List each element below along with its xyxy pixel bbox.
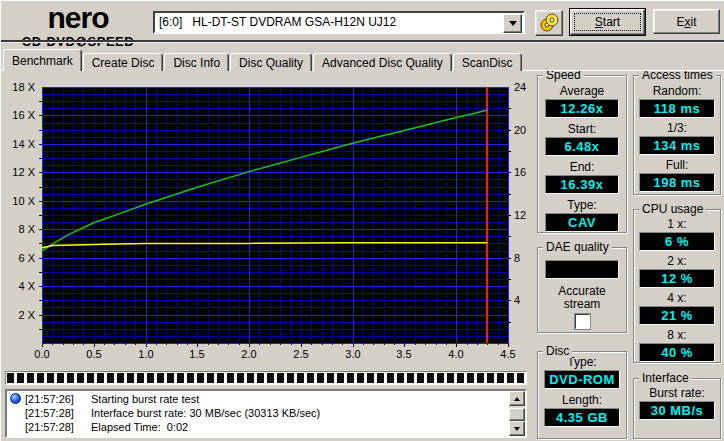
- cpu-1x-label: 1 x:: [634, 217, 720, 231]
- burst-rate-label: Burst rate:: [634, 386, 720, 400]
- disc-length-value: 4.35 GB: [544, 408, 620, 427]
- random-access-value: 118 ms: [639, 99, 715, 118]
- tab-advanced-disc-quality[interactable]: Advanced Disc Quality: [313, 53, 452, 71]
- interface-panel: Interface Burst rate: 30 MB/s: [633, 378, 721, 439]
- panel-title: Disc: [543, 344, 572, 358]
- tab-strip: Benchmark Create Disc Disc Info Disc Qua…: [1, 49, 724, 71]
- cpu-4x-value: 21 %: [639, 306, 715, 325]
- average-label: Average: [538, 84, 626, 98]
- svg-text:0.5: 0.5: [86, 348, 101, 360]
- chevron-down-icon: [509, 21, 517, 30]
- cpu-2x-value: 12 %: [639, 269, 715, 288]
- full-access-label: Full:: [634, 158, 720, 172]
- svg-text:14 X: 14 X: [12, 138, 35, 150]
- cpu-4x-label: 4 x:: [634, 291, 720, 305]
- progress-fill: [7, 373, 525, 383]
- cpu-2x-label: 2 x:: [634, 254, 720, 268]
- accurate-stream-label: Accurate stream: [552, 285, 612, 311]
- arrow-down-icon: [514, 427, 520, 434]
- svg-text:2 X: 2 X: [18, 309, 35, 321]
- svg-text:8: 8: [514, 252, 520, 264]
- svg-text:3.0: 3.0: [345, 348, 360, 360]
- svg-text:1.5: 1.5: [189, 348, 204, 360]
- disc-panel: Disc Type: DVD-ROM Length: 4.35 GB: [537, 351, 627, 439]
- bonus-discs-button[interactable]: [535, 10, 563, 36]
- log-line: [21:57:28] Interface burst rate: 30 MB/s…: [7, 406, 525, 419]
- progress-bar: [5, 371, 527, 385]
- svg-text:16: 16: [514, 166, 526, 178]
- svg-text:4.5: 4.5: [500, 348, 515, 360]
- svg-text:8 X: 8 X: [18, 223, 35, 235]
- svg-text:18 X: 18 X: [12, 81, 35, 93]
- average-speed-value: 12.26x: [545, 99, 619, 118]
- start-speed-value: 6.48x: [545, 137, 619, 156]
- svg-text:2.5: 2.5: [293, 348, 308, 360]
- scrollbar-thumb[interactable]: [509, 408, 525, 421]
- cpu-1x-value: 6 %: [639, 232, 715, 251]
- svg-text:4: 4: [514, 294, 520, 306]
- type-label: Type:: [538, 198, 626, 212]
- drive-select-value: [6:0] HL-DT-ST DVDRAM GSA-H12N UJ12: [159, 15, 396, 29]
- log-line: [21:57:26] Starting burst rate test: [7, 392, 525, 405]
- panel-title: Interface: [639, 371, 692, 385]
- disc-type-value: DVD-ROM: [544, 370, 620, 389]
- log-line: [21:57:28] Elapsed Time: 0:02: [7, 420, 525, 433]
- cpu-8x-value: 40 %: [639, 343, 715, 362]
- one-third-access-value: 134 ms: [639, 136, 715, 155]
- tab-create-disc[interactable]: Create Disc: [83, 53, 164, 71]
- tab-scandisc[interactable]: ScanDisc: [453, 53, 522, 71]
- combobox-dropdown-button[interactable]: [503, 14, 522, 33]
- dae-quality-value: [545, 260, 619, 279]
- svg-text:1.0: 1.0: [138, 348, 153, 360]
- scroll-down-button[interactable]: [509, 421, 525, 436]
- svg-text:12: 12: [514, 209, 526, 221]
- cpu-8x-label: 8 x:: [634, 328, 720, 342]
- burst-rate-value: 30 MB/s: [639, 401, 715, 420]
- benchmark-chart: 2 X4 X6 X8 X10 X12 X14 X16 X18 X48121620…: [1, 73, 531, 365]
- disc-length-label: Length:: [538, 393, 626, 407]
- exit-button[interactable]: Exit: [653, 9, 720, 34]
- scroll-up-button[interactable]: [509, 391, 525, 406]
- nero-brand-text: nero: [7, 3, 149, 33]
- tab-disc-quality[interactable]: Disc Quality: [230, 53, 312, 71]
- access-times-panel: Access times Random: 118 ms 1/3: 134 ms …: [633, 75, 721, 195]
- svg-text:10 X: 10 X: [12, 195, 35, 207]
- svg-text:0.0: 0.0: [34, 348, 49, 360]
- log-box[interactable]: [21:57:26] Starting burst rate test [21:…: [5, 389, 527, 438]
- svg-text:3.5: 3.5: [396, 348, 411, 360]
- end-label: End:: [538, 160, 626, 174]
- cpu-usage-panel: CPU usage 1 x: 6 % 2 x: 12 % 4 x: 21 % 8…: [633, 209, 721, 363]
- svg-text:2.0: 2.0: [241, 348, 256, 360]
- dae-quality-panel: DAE quality Accurate stream: [537, 247, 627, 333]
- drive-select-combobox[interactable]: [6:0] HL-DT-ST DVDRAM GSA-H12N UJ12: [153, 11, 525, 34]
- speed-panel: Speed Average 12.26x Start: 6.48x End: 1…: [537, 75, 627, 233]
- svg-text:6 X: 6 X: [18, 252, 35, 264]
- arrow-up-icon: [514, 394, 520, 401]
- accurate-stream-checkbox[interactable]: [575, 314, 590, 329]
- svg-text:12 X: 12 X: [12, 166, 35, 178]
- start-label: Start:: [538, 122, 626, 136]
- log-scrollbar[interactable]: [509, 391, 525, 436]
- end-speed-value: 16.39x: [545, 175, 619, 194]
- panel-title: DAE quality: [543, 240, 612, 254]
- full-access-value: 198 ms: [639, 173, 715, 192]
- tab-disc-info[interactable]: Disc Info: [164, 53, 229, 71]
- start-button[interactable]: Start: [570, 9, 645, 35]
- discs-icon: [538, 13, 560, 33]
- one-third-access-label: 1/3:: [634, 121, 720, 135]
- toolbar-separator-highlight: [1, 42, 724, 43]
- svg-text:4 X: 4 X: [18, 280, 35, 292]
- svg-text:4.0: 4.0: [448, 348, 463, 360]
- svg-text:16 X: 16 X: [12, 109, 35, 121]
- info-icon: [10, 393, 21, 404]
- speed-type-value: CAV: [545, 213, 619, 232]
- tab-benchmark[interactable]: Benchmark: [3, 49, 82, 71]
- nero-cd-dvd-speed-window: nero CD·DVD⊘SPEED [6:0] HL-DT-ST DVDRAM …: [0, 0, 724, 441]
- svg-text:24: 24: [514, 81, 526, 93]
- svg-text:20: 20: [514, 124, 526, 136]
- panel-title: CPU usage: [639, 202, 706, 216]
- random-access-label: Random:: [634, 84, 720, 98]
